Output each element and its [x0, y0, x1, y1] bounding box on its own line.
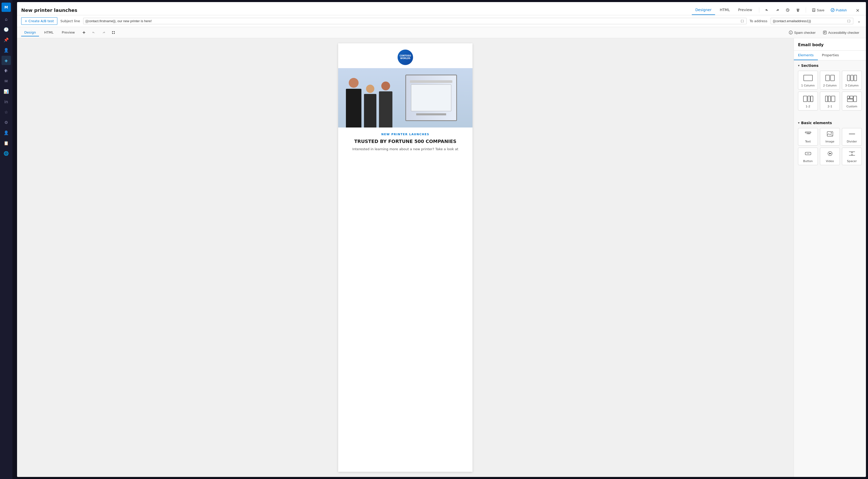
- add-element-button[interactable]: [80, 29, 88, 36]
- sidebar-custom[interactable]: ☆: [2, 107, 11, 117]
- sidebar-channels[interactable]: 🗣: [2, 66, 11, 75]
- designer-html-tab[interactable]: HTML: [41, 29, 57, 36]
- create-ab-button[interactable]: + Create A/B test: [21, 17, 57, 25]
- redo-icon-btn[interactable]: [100, 29, 107, 36]
- sidebar-recent[interactable]: 🕐: [2, 25, 11, 34]
- plus-icon: [82, 30, 86, 35]
- sidebar: M ⌂ 🕐 📌 👤 ◈ 🗣 ✉ 📊 in ☆ ⚙ 👤 📋 🌐: [0, 0, 12, 240]
- sidebar-user[interactable]: 👤: [2, 128, 11, 137]
- undo-icon-btn[interactable]: [90, 29, 98, 36]
- email-body-text: Interested in learning more about a new …: [338, 146, 434, 157]
- expand-icon: [111, 30, 116, 35]
- designer-toolbar: Design HTML Preview Spam checker A: [17, 27, 434, 38]
- create-ab-label: + Create A/B test: [25, 19, 54, 23]
- designer-design-tab[interactable]: Design: [21, 29, 39, 36]
- modal-title: New printer launches: [21, 7, 434, 13]
- email-image-area: [338, 68, 434, 128]
- sidebar-pin[interactable]: 📌: [2, 35, 11, 44]
- email-heading: TRUSTED BY FORTUNE 500 COMPANIES: [338, 137, 434, 146]
- modal-header: New printer launches Designer HTML Previ…: [17, 2, 434, 15]
- sidebar-contacts[interactable]: 👤: [2, 45, 11, 55]
- subject-input[interactable]: [86, 19, 434, 23]
- sidebar-web[interactable]: 🌐: [2, 149, 11, 158]
- email-logo: CONTOSO WORLDS: [398, 49, 413, 65]
- email-logo-area: CONTOSO WORLDS: [338, 43, 434, 68]
- expand-icon-btn[interactable]: [110, 29, 117, 36]
- sidebar-marketing[interactable]: ◈: [2, 56, 11, 65]
- sidebar-home[interactable]: ⌂: [2, 14, 11, 24]
- printer-frame: [405, 75, 434, 121]
- modal-overlay: New printer launches Designer HTML Previ…: [12, 0, 434, 240]
- sidebar-linkedin[interactable]: in: [2, 97, 11, 106]
- email-canvas: CONTOSO WORLDS: [338, 43, 434, 240]
- printer-scene: [338, 68, 434, 128]
- printer-inner: [411, 84, 434, 111]
- logo-text: CONTOSO WORLDS: [400, 55, 411, 60]
- modal-window: New printer launches Designer HTML Previ…: [17, 2, 434, 240]
- sidebar-email[interactable]: ✉: [2, 76, 11, 86]
- subject-input-wrap: {}: [83, 18, 434, 24]
- sidebar-analytics[interactable]: 📊: [2, 87, 11, 96]
- sidebar-reports[interactable]: 📋: [2, 138, 11, 148]
- people-group: [346, 78, 393, 128]
- undo-small-icon: [92, 30, 96, 35]
- designer-preview-tab[interactable]: Preview: [59, 29, 78, 36]
- redo-small-icon: [101, 30, 106, 35]
- email-subtitle: NEW PRINTER LAUNCHES: [338, 128, 434, 137]
- subject-line-label: Subject line: [60, 19, 80, 23]
- app-icon[interactable]: M: [2, 3, 11, 12]
- main-content: CONTOSO WORLDS: [17, 38, 434, 240]
- sidebar-settings2[interactable]: ⚙: [2, 118, 11, 127]
- email-canvas-area[interactable]: CONTOSO WORLDS: [17, 38, 434, 240]
- subject-row: + Create A/B test Subject line {} To add…: [17, 15, 434, 27]
